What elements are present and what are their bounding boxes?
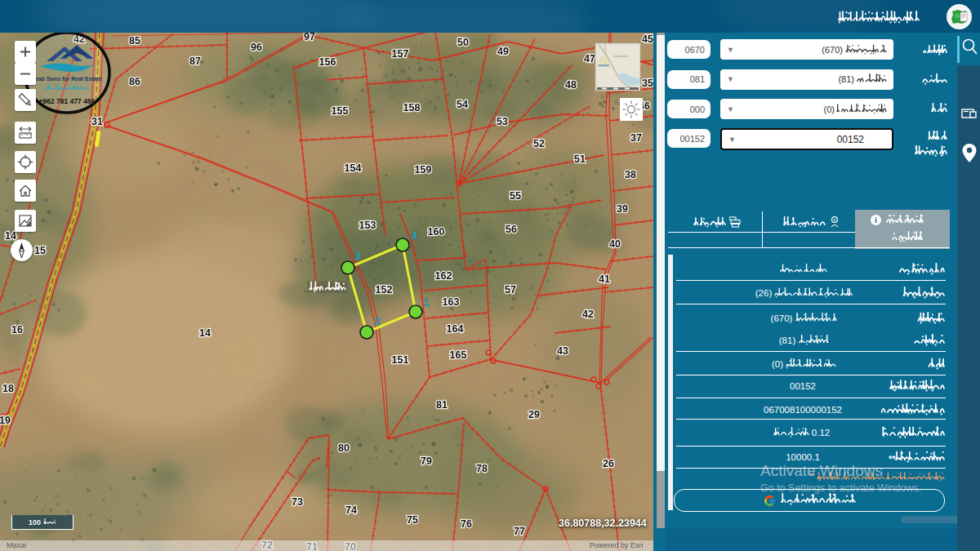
svg-text:43: 43 xyxy=(557,345,568,357)
svg-text:55: 55 xyxy=(510,190,521,202)
svg-text:87: 87 xyxy=(189,56,201,67)
svg-text:49: 49 xyxy=(497,46,509,57)
svg-text:48: 48 xyxy=(565,79,577,91)
svg-text:57: 57 xyxy=(505,284,516,295)
svg-text:76: 76 xyxy=(461,518,472,530)
svg-text:152: 152 xyxy=(376,284,393,295)
svg-text:165: 165 xyxy=(450,349,467,361)
svg-text:15: 15 xyxy=(34,245,46,256)
svg-text:73: 73 xyxy=(292,496,303,508)
svg-text:79: 79 xyxy=(421,455,432,467)
svg-text:+962 781 477 466: +962 781 477 466 xyxy=(39,97,96,105)
svg-text:54: 54 xyxy=(457,99,468,110)
svg-text:38: 38 xyxy=(625,169,636,180)
svg-text:26: 26 xyxy=(603,458,614,469)
svg-text:74: 74 xyxy=(345,504,357,516)
svg-text:2: 2 xyxy=(375,315,381,327)
svg-text:164: 164 xyxy=(447,323,464,335)
svg-text:29: 29 xyxy=(528,409,540,420)
svg-text:40: 40 xyxy=(609,238,621,250)
svg-text:154: 154 xyxy=(345,162,362,174)
svg-text:155: 155 xyxy=(332,105,349,117)
svg-text:52: 52 xyxy=(533,138,545,149)
svg-text:35: 35 xyxy=(642,78,653,89)
svg-text:163: 163 xyxy=(443,296,460,308)
svg-text:4: 4 xyxy=(411,229,417,242)
svg-text:78: 78 xyxy=(476,463,488,474)
svg-text:42: 42 xyxy=(582,309,594,320)
svg-text:96: 96 xyxy=(251,42,262,53)
svg-text:14: 14 xyxy=(199,327,211,339)
svg-text:3: 3 xyxy=(354,250,360,262)
svg-text:162: 162 xyxy=(435,270,452,282)
svg-text:53: 53 xyxy=(497,116,508,127)
svg-text:151: 151 xyxy=(392,354,409,366)
svg-text:41: 41 xyxy=(599,273,610,285)
svg-text:160: 160 xyxy=(428,226,445,238)
svg-text:80: 80 xyxy=(338,442,350,454)
svg-text:75: 75 xyxy=(407,514,418,526)
svg-text:86: 86 xyxy=(129,76,140,87)
svg-text:16: 16 xyxy=(11,324,23,335)
svg-text:1: 1 xyxy=(424,296,430,309)
svg-text:158: 158 xyxy=(403,102,421,113)
svg-text:Arab Sons for Real Estate: Arab Sons for Real Estate xyxy=(32,76,102,82)
svg-text:156: 156 xyxy=(319,56,336,68)
svg-text:153: 153 xyxy=(359,220,376,231)
svg-text:157: 157 xyxy=(392,48,409,60)
svg-text:18: 18 xyxy=(2,383,14,394)
svg-text:37: 37 xyxy=(630,132,642,144)
svg-text:56: 56 xyxy=(506,224,517,235)
svg-text:77: 77 xyxy=(514,526,525,537)
svg-text:50: 50 xyxy=(457,37,469,48)
svg-text:19: 19 xyxy=(0,415,11,426)
svg-text:51: 51 xyxy=(574,153,586,165)
svg-text:97: 97 xyxy=(304,33,315,42)
svg-text:45: 45 xyxy=(642,33,653,45)
svg-text:47: 47 xyxy=(584,53,595,64)
svg-text:39: 39 xyxy=(617,203,628,215)
svg-text:85: 85 xyxy=(129,35,140,47)
svg-text:81: 81 xyxy=(436,399,448,411)
svg-text:159: 159 xyxy=(415,164,432,176)
